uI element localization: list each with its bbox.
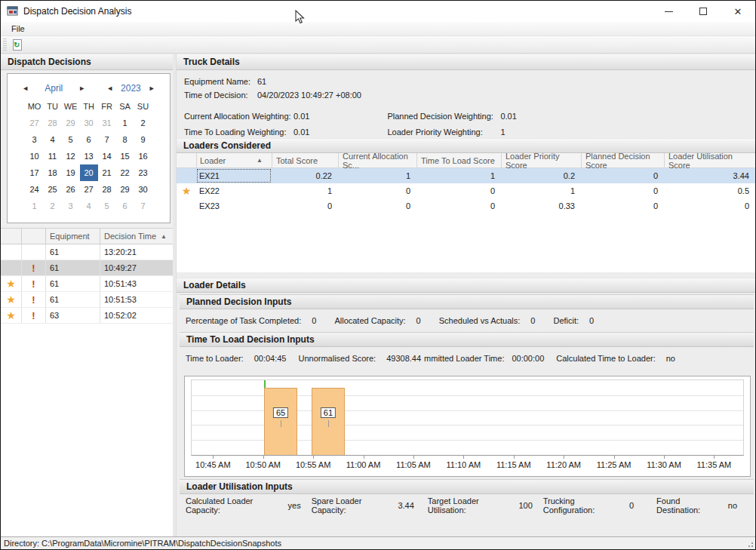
calendar-day[interactable]: 27	[26, 115, 44, 131]
calendar-day[interactable]: 18	[44, 164, 62, 181]
axis-tick-mark	[564, 456, 564, 459]
calendar-day[interactable]: 25	[44, 181, 62, 198]
decision-time-column-header[interactable]: Decision Time ▲	[100, 229, 173, 244]
calendar-day[interactable]: 1	[26, 198, 44, 214]
next-year-icon[interactable]: ►	[144, 84, 160, 92]
calendar-grid: 2728293031123456789101112131415161718192…	[11, 115, 167, 214]
calendar-day[interactable]: 4	[80, 198, 98, 214]
calendar-nav: ◄ April ► ◄ 2023 ►	[11, 78, 167, 98]
decision-row[interactable]: ★ ! 61 10:51:43	[1, 276, 173, 292]
equipment-column-header[interactable]: Equipment	[46, 229, 100, 244]
calendar-day[interactable]: 28	[98, 181, 116, 198]
calendar-day[interactable]: 23	[134, 164, 152, 181]
calendar-day[interactable]: 3	[62, 198, 80, 214]
calendar-day[interactable]: 15	[116, 148, 134, 164]
refresh-document-icon	[13, 39, 22, 51]
calendar-day[interactable]: 19	[62, 164, 80, 181]
loader-priority-score-column-header[interactable]: Loader Priority Score	[501, 153, 581, 167]
decision-row[interactable]: ★ ! 63 10:52:02	[1, 308, 173, 324]
allocated-capacity-label: Allocated Capacity:	[334, 316, 405, 325]
calendar-day[interactable]: 4	[44, 131, 62, 148]
calendar-day[interactable]: 14	[98, 148, 116, 164]
loader-row-selected[interactable]: EX21 0.22 1 1 0.2 0 3.44	[177, 168, 755, 183]
maximize-button[interactable]	[686, 1, 721, 22]
next-month-icon[interactable]: ►	[74, 84, 90, 92]
loader-row[interactable]: EX23 0 0 0 0.33 0 0	[177, 198, 755, 214]
loader-priority-weighting-label: Loader Priority Weighting:	[387, 128, 500, 137]
calendar-day[interactable]: 8	[116, 131, 134, 148]
current-allocation-weighting-label: Current Allocation Weighting:	[184, 112, 293, 121]
loader-row[interactable]: ★ EX22 1 0 0 1 0 0.5	[177, 183, 755, 198]
calendar-day[interactable]: 2	[134, 115, 152, 131]
calendar-day[interactable]: 28	[44, 115, 62, 131]
resize-grip-icon[interactable]	[746, 540, 754, 548]
menu-file[interactable]: File	[5, 24, 31, 33]
trucking-configuration-label: Trucking Configuration:	[543, 496, 619, 515]
refresh-snapshot-button[interactable]	[9, 37, 26, 52]
time-to-load-score-column-header[interactable]: Time To Load Score	[416, 153, 501, 167]
calendar-day[interactable]: 31	[98, 115, 116, 131]
calendar-day[interactable]: 21	[98, 164, 116, 181]
time-to-load-inputs-caption: Time To Load Decision Inputs	[180, 332, 754, 347]
calendar-day[interactable]: 20	[80, 164, 98, 181]
calendar-day[interactable]: 10	[26, 148, 44, 164]
calendar-year[interactable]: 2023	[121, 83, 141, 94]
calendar-day[interactable]: 5	[98, 198, 116, 214]
decision-row[interactable]: 61 13:20:21	[1, 244, 173, 260]
prev-month-icon[interactable]: ◄	[17, 84, 33, 92]
bar-equipment-label: 61	[321, 407, 336, 418]
axis-tick-label: 11:10 AM	[447, 460, 481, 469]
calendar-day[interactable]: 2	[44, 198, 62, 214]
calendar-day[interactable]: 3	[26, 131, 44, 148]
axis-tick-mark	[514, 456, 515, 459]
calendar-day[interactable]: 24	[26, 181, 44, 198]
calendar-day[interactable]: 29	[62, 115, 80, 131]
axis-tick-mark	[714, 456, 715, 459]
calendar-day[interactable]: 16	[134, 148, 152, 164]
axis-tick-label: 10:55 AM	[296, 460, 330, 469]
calendar-day[interactable]: 17	[26, 164, 44, 181]
committed-loader-time-value: 00:00:00	[512, 354, 544, 363]
decision-row-selected[interactable]: ! 61 10:49:27	[1, 260, 173, 276]
current-allocation-score-column-header[interactable]: Current Allocation Sc...	[338, 153, 416, 167]
calendar-day[interactable]: 1	[116, 115, 134, 131]
total-score-column-header[interactable]: Total Score	[272, 153, 338, 167]
time-of-decision-value: 04/20/2023 10:49:27 +08:00	[257, 91, 361, 100]
loader-column-header[interactable]: Loader ▲	[196, 153, 272, 167]
details-panel: Truck Details Equipment Name: 61 Time of…	[176, 54, 755, 536]
calendar-day[interactable]: 7	[98, 131, 116, 148]
calendar-day[interactable]: 27	[80, 181, 98, 198]
loader-utilisation-inputs-fields: Calculated Loader Capacity:yes Spare Loa…	[177, 494, 755, 517]
decision-row[interactable]: ★ ! 61 10:51:53	[1, 292, 173, 308]
loader-details-caption: Loader Details	[177, 278, 755, 293]
weekday-label: SA	[116, 98, 134, 115]
calendar-day[interactable]: 7	[134, 198, 152, 214]
decision-grid-header[interactable]: Equipment Decision Time ▲	[1, 229, 173, 244]
calendar-day[interactable]: 5	[62, 131, 80, 148]
calendar-day[interactable]: 9	[134, 131, 152, 148]
calendar-day[interactable]: 12	[62, 148, 80, 164]
loader-utilisation-inputs-caption: Loader Utilisation Inputs	[180, 479, 754, 494]
calendar-day[interactable]: 26	[62, 181, 80, 198]
prev-year-icon[interactable]: ◄	[102, 84, 118, 92]
calendar-day[interactable]: 22	[116, 164, 134, 181]
calendar-day[interactable]: 6	[80, 131, 98, 148]
calendar-day[interactable]: 11	[44, 148, 62, 164]
calendar-day[interactable]: 13	[80, 148, 98, 164]
trucking-configuration-value: 0	[629, 501, 634, 510]
calendar-day[interactable]: 30	[80, 115, 98, 131]
calendar-day[interactable]: 30	[134, 181, 152, 198]
sort-asc-icon: ▲	[257, 157, 263, 164]
calculated-loader-capacity-label: Calculated Loader Capacity:	[186, 496, 278, 515]
calendar-month[interactable]: April	[36, 83, 71, 94]
calendar-day[interactable]: 29	[116, 181, 134, 198]
calendar-day[interactable]: 6	[116, 198, 134, 214]
loader-utilisation-score-column-header[interactable]: Loader Utilisation Score	[664, 153, 755, 167]
weekday-label: TU	[44, 98, 62, 115]
target-loader-utilisation-label: Target Loader Utilisation:	[428, 496, 509, 515]
close-button[interactable]: ✕	[721, 1, 755, 22]
alert-icon: !	[32, 263, 35, 273]
minimize-button[interactable]	[651, 1, 686, 22]
unnormalised-score-label: Unnormalised Score:	[298, 354, 376, 363]
planned-decision-score-column-header[interactable]: Planned Decision Score	[581, 153, 664, 167]
